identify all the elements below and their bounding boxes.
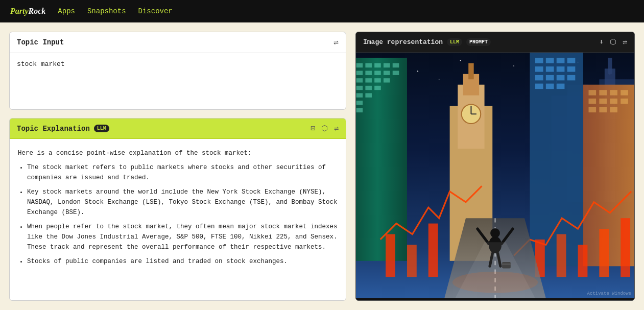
svg-rect-53 (535, 75, 543, 80)
svg-rect-50 (546, 66, 554, 71)
right-column: Image representation LLM PROMPT ⬇ ⬡ ⇌ (355, 32, 635, 301)
settings2-icon[interactable]: ⇌ (334, 124, 339, 133)
svg-rect-15 (356, 58, 407, 260)
svg-rect-26 (356, 78, 363, 82)
svg-point-7 (439, 79, 440, 80)
explanation-header-icons: ⊡ ⬡ ⇌ (311, 124, 339, 133)
image-display: Activate Windows (356, 53, 634, 298)
export-icon[interactable]: ⬡ (610, 37, 616, 47)
svg-rect-21 (356, 71, 363, 75)
image-llm-badge: LLM (447, 38, 462, 46)
svg-rect-32 (374, 86, 381, 90)
svg-rect-31 (365, 86, 372, 90)
svg-rect-25 (393, 71, 399, 75)
svg-rect-17 (365, 63, 372, 67)
svg-rect-40 (468, 63, 473, 79)
svg-rect-29 (384, 78, 390, 82)
topic-input-title: Topic Input (17, 38, 64, 46)
svg-rect-18 (374, 63, 381, 67)
svg-rect-28 (374, 78, 381, 82)
navbar: PartyRock Apps Snapshots Discover (0, 0, 644, 22)
svg-rect-30 (356, 86, 363, 90)
svg-rect-23 (374, 71, 381, 75)
svg-rect-71 (610, 107, 617, 112)
svg-rect-70 (599, 107, 607, 112)
image-prompt-badge: PROMPT (466, 38, 491, 46)
image-header-icons: ⬇ ⬡ ⇌ (599, 37, 627, 47)
svg-rect-78 (599, 229, 609, 277)
svg-point-4 (513, 65, 514, 66)
svg-rect-35 (356, 101, 363, 105)
image-widget: Image representation LLM PROMPT ⬇ ⬡ ⇌ (355, 32, 635, 301)
image-settings-icon[interactable]: ⇌ (623, 37, 627, 47)
svg-rect-51 (557, 66, 565, 71)
brand-logo[interactable]: PartyRock (10, 7, 45, 16)
image-title: Image representation (363, 38, 443, 46)
list-item: Stocks of public companies are listed an… (27, 256, 338, 267)
svg-rect-61 (588, 90, 596, 95)
svg-rect-52 (567, 66, 576, 71)
svg-rect-76 (557, 234, 566, 277)
llm-badge: LLM (94, 125, 109, 132)
topic-input-header: Topic Input ⇌ (10, 32, 346, 53)
svg-rect-33 (356, 93, 363, 97)
topic-input-value: stock market (17, 60, 65, 68)
main-content: Topic Input ⇌ stock market Topic Explana… (0, 22, 644, 310)
svg-rect-73 (407, 245, 417, 277)
topic-input-widget: Topic Input ⇌ stock market (9, 32, 346, 110)
svg-rect-68 (621, 99, 628, 104)
svg-rect-77 (578, 245, 588, 277)
svg-rect-62 (599, 90, 607, 95)
download-icon[interactable]: ⬇ (599, 37, 604, 47)
svg-point-3 (460, 60, 461, 61)
svg-rect-55 (557, 75, 565, 80)
settings-icon[interactable]: ⇌ (333, 37, 339, 47)
svg-rect-66 (599, 99, 607, 104)
svg-point-2 (417, 70, 419, 72)
nav-apps[interactable]: Apps (58, 7, 75, 15)
svg-rect-72 (386, 234, 395, 277)
watermark-text: Activate Windows (587, 291, 631, 296)
svg-point-91 (452, 272, 538, 293)
left-column: Topic Input ⇌ stock market Topic Explana… (9, 32, 346, 301)
explanation-header: Topic Explanation LLM ⊡ ⬡ ⇌ (10, 118, 346, 139)
copy-icon[interactable]: ⊡ (311, 124, 315, 133)
svg-rect-54 (546, 75, 554, 80)
list-item: When people refer to the stock market, t… (27, 222, 338, 252)
image-header: Image representation LLM PROMPT ⬇ ⬡ ⇌ (356, 32, 634, 53)
svg-rect-56 (567, 75, 576, 80)
svg-rect-19 (384, 63, 390, 67)
image-title-area: Image representation LLM PROMPT (363, 38, 491, 46)
svg-rect-59 (557, 84, 565, 89)
explanation-title: Topic Explanation (17, 125, 90, 133)
svg-rect-67 (610, 99, 617, 104)
svg-point-83 (490, 228, 500, 238)
svg-rect-79 (621, 218, 630, 277)
svg-rect-48 (567, 58, 576, 63)
topic-input-content[interactable]: stock market (10, 53, 346, 109)
svg-rect-45 (535, 58, 543, 63)
svg-rect-69 (588, 107, 596, 112)
svg-rect-16 (356, 63, 363, 67)
svg-rect-74 (428, 224, 438, 277)
explanation-intro: Here is a concise point-wise explanation… (18, 148, 338, 158)
nav-snapshots[interactable]: Snapshots (87, 7, 126, 15)
list-item: The stock market refers to public market… (27, 162, 338, 183)
svg-rect-49 (535, 66, 543, 71)
svg-rect-27 (365, 78, 372, 82)
svg-rect-46 (546, 58, 554, 63)
svg-rect-64 (621, 90, 628, 95)
list-item: Key stock markets around the world inclu… (27, 187, 338, 218)
explanation-title-area: Topic Explanation LLM (17, 125, 109, 133)
cityscape-svg (356, 53, 634, 298)
share-icon[interactable]: ⬡ (321, 124, 328, 133)
svg-rect-22 (365, 71, 372, 75)
svg-rect-14 (608, 58, 612, 74)
svg-rect-57 (535, 84, 543, 89)
svg-rect-58 (546, 84, 554, 89)
svg-rect-20 (393, 63, 399, 67)
nav-discover[interactable]: Discover (138, 7, 173, 15)
svg-rect-34 (365, 93, 372, 97)
svg-rect-24 (384, 71, 390, 75)
svg-rect-36 (356, 108, 363, 112)
